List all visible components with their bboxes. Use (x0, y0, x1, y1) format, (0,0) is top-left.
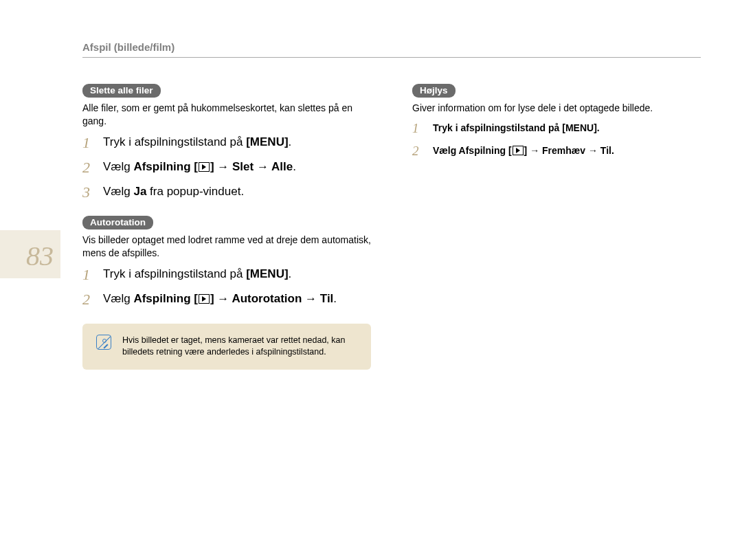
step: 1 Tryk i afspilningstilstand på [MENU]. (412, 122, 701, 136)
step-number: 1 (412, 122, 425, 136)
right-column: Højlys Giver information om for lyse del… (412, 84, 701, 370)
section-desc: Vis billeder optaget med lodret ramme ve… (82, 234, 371, 260)
section-title-delete-all: Slette alle filer (82, 84, 161, 98)
play-icon (513, 146, 524, 155)
section-title-autorotation: Autorotation (82, 216, 153, 229)
breadcrumb: Afspil (billede/film) (82, 41, 701, 58)
note-text: Hvis billedet er taget, mens kameraet va… (122, 335, 357, 359)
step: 1 Tryk i afspilningstilstand på [MENU]. (82, 135, 371, 151)
note-icon (96, 335, 111, 350)
play-icon (199, 294, 210, 304)
section-title-highlight: Højlys (412, 84, 456, 98)
step: 2 Vælg Afspilning [] → Fremhæv → Til. (412, 144, 701, 159)
step: 2 Vælg Afspilning [] → Slet → Alle. (82, 159, 371, 176)
section-desc: Giver information om for lyse dele i det… (412, 102, 701, 115)
steps-autorotation: 1 Tryk i afspilningstilstand på [MENU]. … (82, 267, 371, 308)
step-number: 2 (82, 159, 95, 176)
step: 1 Tryk i afspilningstilstand på [MENU]. (82, 267, 371, 283)
steps-delete-all: 1 Tryk i afspilningstilstand på [MENU]. … (82, 135, 371, 201)
step-number: 1 (82, 135, 95, 151)
step: 3 Vælg Ja fra popup-vinduet. (82, 184, 371, 201)
page-content: Afspil (billede/film) Slette alle filer … (0, 0, 742, 411)
step: 2 Vælg Afspilning [] → Autorotation → Ti… (82, 291, 371, 308)
note-box: Hvis billedet er taget, mens kameraet va… (82, 324, 371, 370)
step-number: 3 (82, 184, 95, 201)
left-column: Slette alle filer Alle filer, som er gem… (82, 84, 371, 370)
section-desc: Alle filer, som er gemt på hukommelsesko… (82, 102, 371, 128)
step-number: 2 (82, 291, 95, 308)
play-icon (199, 162, 210, 172)
steps-highlight: 1 Tryk i afspilningstilstand på [MENU]. … (412, 122, 701, 159)
step-number: 2 (412, 144, 425, 159)
page-number: 83 (0, 230, 60, 278)
step-number: 1 (82, 267, 95, 283)
